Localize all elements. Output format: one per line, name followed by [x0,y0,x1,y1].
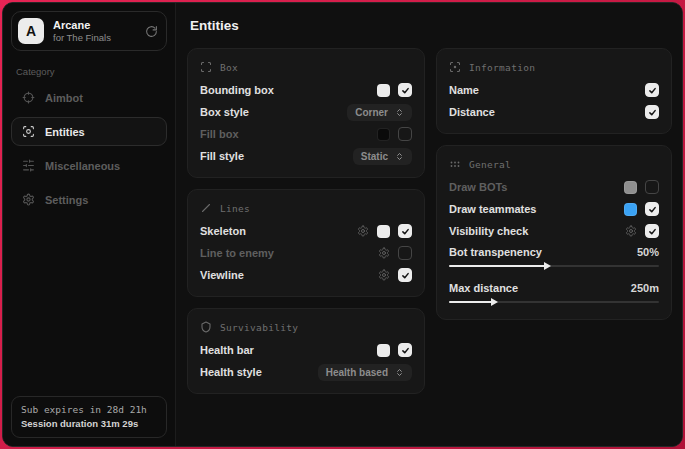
app-window: A Arcane for The Finals Category Aimbot [2,2,683,447]
section-header-label: Box [220,62,238,73]
shield-icon [200,321,212,333]
setting-row-draw-teammates: Draw teammates [449,198,659,220]
setting-label: Fill box [200,128,239,140]
draw-bots-color-swatch[interactable] [624,181,637,194]
slider-thumb[interactable] [544,262,551,270]
chevrons-up-down-icon [395,368,404,377]
box-section-card: Box Bounding box Box style [187,48,425,178]
sidebar-item-entities[interactable]: Entities [11,117,167,146]
setting-label: Name [449,84,479,96]
visibility-check-settings-gear-icon[interactable] [625,225,637,237]
logo-card: A Arcane for The Finals [11,11,167,51]
setting-label: Viewline [200,269,244,281]
section-header-label: General [469,159,511,170]
distance-checkbox[interactable] [645,105,659,119]
sidebar-item-label: Settings [45,194,88,206]
lines-section-card: Lines Skeleton [187,189,425,297]
max-distance-value: 250m [631,282,659,294]
section-header-label: Information [469,62,535,73]
grid-dots-icon [449,158,461,170]
setting-row-draw-bots: Draw BOTs [449,176,659,198]
setting-label: Draw teammates [449,203,536,215]
crosshair-icon [22,91,35,104]
skeleton-color-swatch[interactable] [377,225,390,238]
page-title: Entities [190,18,672,33]
sliders-icon [22,159,35,172]
line-icon [200,202,212,214]
viewline-checkbox[interactable] [398,268,412,282]
setting-row-skeleton: Skeleton [200,220,412,242]
bot-transparency-slider[interactable] [449,262,659,270]
setting-label: Bounding box [200,84,274,96]
slider-thumb[interactable] [491,298,498,306]
health-bar-color-swatch[interactable] [377,344,390,357]
name-checkbox[interactable] [645,83,659,97]
bounding-box-color-swatch[interactable] [377,84,390,97]
information-section-card: Information Name Distance [436,48,672,134]
skeleton-settings-gear-icon[interactable] [357,225,369,237]
setting-row-health-style: Health style Health based [200,361,412,383]
setting-row-bot-transparency: Bot transpenency 50% [449,242,659,262]
health-style-dropdown[interactable]: Health based [318,364,412,381]
bounding-box-checkbox[interactable] [398,83,412,97]
sidebar: A Arcane for The Finals Category Aimbot [3,3,176,446]
sidebar-nav: Aimbot Entities Miscellaneous Settings [11,83,167,214]
setting-label: Fill style [200,150,244,162]
app-subtitle: for The Finals [53,32,111,43]
draw-teammates-color-swatch[interactable] [624,203,637,216]
viewline-settings-gear-icon[interactable] [378,269,390,281]
sidebar-item-miscellaneous[interactable]: Miscellaneous [11,151,167,180]
draw-teammates-checkbox[interactable] [645,202,659,216]
setting-label: Distance [449,106,495,118]
setting-row-distance: Distance [449,101,659,123]
dropdown-value: Health based [326,367,388,378]
setting-label: Health style [200,366,262,378]
max-distance-slider[interactable] [449,298,659,306]
setting-label: Max distance [449,282,518,294]
entities-icon [22,125,35,138]
setting-label: Line to enemy [200,247,274,259]
section-header-label: Lines [220,203,250,214]
chevrons-up-down-icon [395,152,404,161]
sidebar-item-aimbot[interactable]: Aimbot [11,83,167,112]
setting-row-name: Name [449,79,659,101]
setting-label: Bot transpenency [449,246,542,258]
setting-label: Box style [200,106,249,118]
general-section-card: General Draw BOTs Draw teammates [436,145,672,320]
line-to-enemy-settings-gear-icon[interactable] [378,247,390,259]
health-bar-checkbox[interactable] [398,343,412,357]
dropdown-value: Static [361,151,388,162]
setting-row-fill-box: Fill box [200,123,412,145]
app-logo: A [18,18,44,44]
box-style-dropdown[interactable]: Corner [347,104,412,121]
section-header-label: Survivability [220,322,298,333]
setting-row-bounding-box: Bounding box [200,79,412,101]
app-title: Arcane [53,19,111,31]
fill-box-color-swatch[interactable] [377,128,390,141]
gear-icon [22,193,35,206]
skeleton-checkbox[interactable] [398,224,412,238]
sidebar-item-label: Miscellaneous [45,160,120,172]
setting-row-line-to-enemy: Line to enemy [200,242,412,264]
sidebar-item-label: Aimbot [45,92,83,104]
main-content: Entities Box Bounding box [176,3,683,446]
chevrons-up-down-icon [395,108,404,117]
line-to-enemy-checkbox[interactable] [398,246,412,260]
category-label: Category [16,66,162,77]
dropdown-value: Corner [355,107,388,118]
refresh-icon[interactable] [145,25,158,38]
visibility-check-checkbox[interactable] [645,224,659,238]
setting-row-box-style: Box style Corner [200,101,412,123]
fill-box-checkbox[interactable] [398,127,412,141]
subscription-info-card: Sub expires in 28d 21h Session duration … [11,396,167,438]
setting-label: Skeleton [200,225,246,237]
setting-row-fill-style: Fill style Static [200,145,412,167]
sub-expires-text: Sub expires in 28d 21h [21,404,157,415]
sidebar-item-settings[interactable]: Settings [11,185,167,214]
fill-style-dropdown[interactable]: Static [353,148,412,165]
setting-row-health-bar: Health bar [200,339,412,361]
draw-bots-checkbox[interactable] [645,180,659,194]
session-duration-text: Session duration 31m 29s [21,418,157,429]
sidebar-item-label: Entities [45,126,85,138]
setting-row-visibility-check: Visibility check [449,220,659,242]
